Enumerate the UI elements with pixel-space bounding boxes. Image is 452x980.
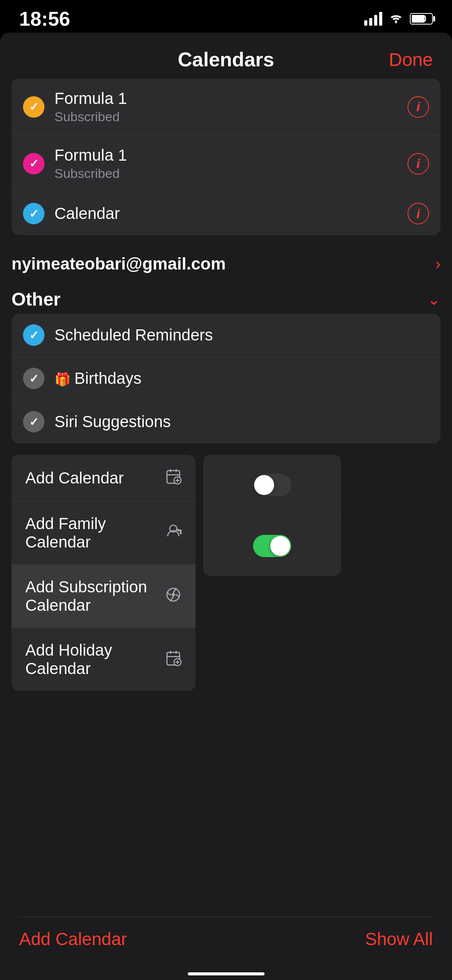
email-section[interactable]: nyimeateobari@gmail.com › [0, 247, 452, 281]
birthday-icon: 🎁 [54, 372, 71, 386]
info-button-calendar[interactable]: i [408, 203, 429, 224]
add-family-calendar-icon [165, 523, 182, 543]
status-icons: 60 [364, 11, 433, 27]
check-circle-siri: ✓ [23, 411, 44, 432]
info-button-formula1-orange[interactable]: i [408, 96, 429, 118]
list-item[interactable]: ✓ Formula 1 Subscribed i [12, 79, 440, 135]
other-chevron-icon: ⌄ [427, 291, 440, 308]
list-item[interactable]: ✓ 🎁Birthdays [12, 357, 440, 400]
svg-point-9 [172, 594, 174, 596]
check-circle-formula1-orange: ✓ [23, 96, 44, 118]
add-calendar-icon [165, 468, 182, 488]
add-calendar-menu: Add Calendar Add Family Calendar [12, 455, 196, 691]
svg-point-0 [395, 21, 397, 23]
status-time: 18:56 [19, 7, 70, 30]
other-section-header[interactable]: Other ⌄ [0, 281, 452, 314]
wifi-icon [388, 11, 404, 27]
check-circle-birthdays: ✓ [23, 368, 44, 389]
list-item[interactable]: ✓ Siri Suggestions [12, 400, 440, 443]
list-item[interactable]: ✓ Formula 1 Subscribed i [12, 135, 440, 192]
list-item[interactable]: ✓ Scheduled Reminders [12, 314, 440, 357]
info-button-formula1-pink[interactable]: i [408, 153, 429, 174]
sheet-header: Calendars Done [0, 33, 452, 79]
toggle-row-2 [203, 516, 341, 576]
toggle-off[interactable] [253, 474, 291, 496]
add-calendar-button[interactable]: Add Calendar [19, 929, 127, 949]
add-family-calendar-menu-item[interactable]: Add Family Calendar [12, 502, 196, 565]
right-toggles-panel [203, 455, 341, 576]
check-circle-formula1-pink: ✓ [23, 153, 44, 174]
bottom-bar-content: Add Calendar Show All [19, 917, 433, 961]
toggle-row-1 [203, 455, 341, 516]
add-calendar-menu-item[interactable]: Add Calendar [12, 455, 196, 502]
status-bar: 18:56 60 [0, 0, 452, 35]
other-section: ✓ Scheduled Reminders ✓ 🎁Birthdays ✓ Sir… [12, 314, 440, 443]
done-button[interactable]: Done [389, 49, 433, 70]
signal-icon [364, 12, 382, 26]
add-calendar-area: Add Calendar Add Family Calendar [12, 455, 452, 691]
toggle-on[interactable] [253, 535, 291, 557]
bottom-bar: Add Calendar Show All [0, 909, 452, 980]
add-subscription-calendar-icon [165, 586, 182, 607]
sheet-title: Calendars [178, 48, 274, 71]
check-circle-calendar: ✓ [23, 203, 44, 224]
add-holiday-calendar-menu-item[interactable]: Add Holiday Calendar [12, 628, 196, 691]
other-title: Other [12, 289, 61, 310]
show-all-button[interactable]: Show All [365, 929, 433, 949]
list-item[interactable]: ✓ Calendar i [12, 192, 440, 235]
email-label: nyimeateobari@gmail.com [12, 254, 226, 273]
add-subscription-calendar-menu-item[interactable]: Add SubscriptionCalendar [12, 565, 196, 628]
email-chevron-icon: › [436, 255, 440, 273]
home-indicator [188, 972, 265, 975]
add-holiday-calendar-icon [165, 649, 182, 670]
check-circle-reminders: ✓ [23, 324, 44, 346]
main-sheet: Calendars Done ✓ Formula 1 Subscribed i … [0, 33, 452, 980]
subscribed-section: ✓ Formula 1 Subscribed i ✓ Formula 1 Sub… [12, 79, 440, 235]
battery-icon: 60 [410, 13, 433, 25]
